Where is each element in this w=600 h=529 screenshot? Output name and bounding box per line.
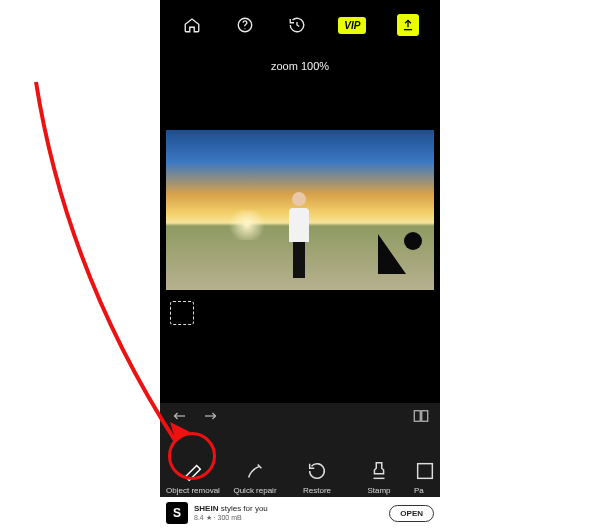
- bottom-toolbar: Object removal Quick repair Restore Stam…: [160, 433, 440, 497]
- svg-rect-4: [418, 464, 433, 479]
- photo-kneeling-person: [378, 220, 422, 274]
- photo-preview: [166, 130, 434, 290]
- selection-icon[interactable]: [170, 301, 194, 325]
- history-bar: [160, 403, 440, 433]
- tool-object-removal-label: Object removal: [166, 486, 220, 495]
- compare-icon[interactable]: [412, 408, 430, 428]
- photo-sun-glow: [226, 210, 268, 240]
- tool-overflow-label: Pa: [414, 486, 424, 495]
- tool-object-removal[interactable]: Object removal: [166, 460, 220, 495]
- ad-text: SHEIN styles for you 8.4 ★ · 300 mB: [194, 505, 268, 521]
- help-icon[interactable]: [234, 14, 256, 36]
- top-bar: VIP: [160, 0, 440, 46]
- tool-restore[interactable]: Restore: [290, 460, 344, 495]
- editor-canvas[interactable]: [160, 82, 440, 403]
- svg-point-1: [244, 28, 245, 29]
- ad-title: SHEIN styles for you: [194, 505, 268, 514]
- ad-rating: 8.4 ★ · 300 mB: [194, 514, 268, 522]
- redo-icon[interactable]: [202, 409, 220, 427]
- photo-girl: [286, 192, 312, 278]
- phone-frame: VIP zoom 100% Object removal: [160, 0, 440, 529]
- history-icon[interactable]: [286, 14, 308, 36]
- undo-icon[interactable]: [170, 409, 188, 427]
- ad-banner[interactable]: S SHEIN styles for you 8.4 ★ · 300 mB OP…: [160, 497, 440, 529]
- svg-rect-2: [414, 411, 420, 422]
- svg-rect-3: [422, 411, 428, 422]
- tool-stamp-label: Stamp: [367, 486, 390, 495]
- tool-overflow[interactable]: Pa: [414, 460, 434, 495]
- home-icon[interactable]: [181, 14, 203, 36]
- tool-quick-repair[interactable]: Quick repair: [228, 460, 282, 495]
- vip-badge[interactable]: VIP: [338, 17, 366, 34]
- ad-logo: S: [166, 502, 188, 524]
- export-button[interactable]: [397, 14, 419, 36]
- tool-quick-repair-label: Quick repair: [233, 486, 276, 495]
- zoom-label: zoom 100%: [160, 46, 440, 82]
- ad-open-button[interactable]: OPEN: [389, 505, 434, 522]
- tool-restore-label: Restore: [303, 486, 331, 495]
- tool-stamp[interactable]: Stamp: [352, 460, 406, 495]
